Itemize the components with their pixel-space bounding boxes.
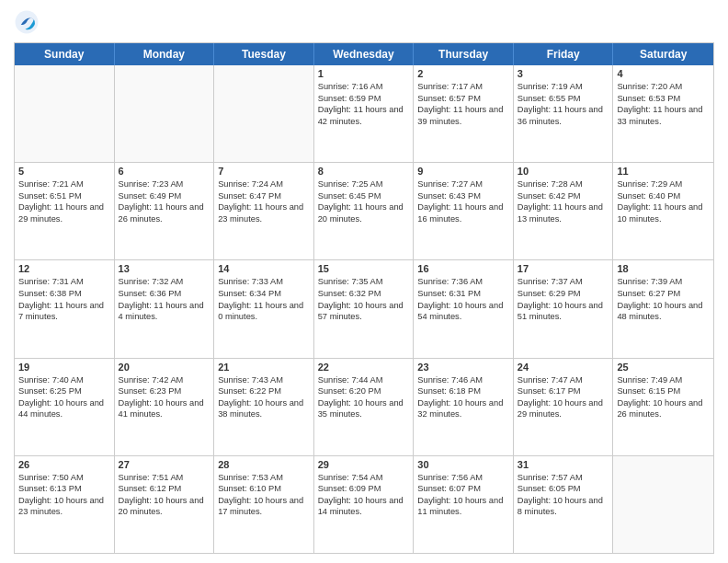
day-header-monday: Monday [115,43,215,65]
sunset-text: Sunset: 6:17 PM [518,385,609,397]
daylight-text: Daylight: 10 hours and 51 minutes. [518,300,609,323]
daylight-text: Daylight: 11 hours and 0 minutes. [218,300,310,323]
day-cell-14: 14Sunrise: 7:33 AMSunset: 6:34 PMDayligh… [214,260,314,357]
sunrise-text: Sunrise: 7:54 AM [318,472,410,484]
sunset-text: Sunset: 6:07 PM [417,483,509,495]
sunset-text: Sunset: 6:20 PM [318,385,410,397]
daylight-text: Daylight: 10 hours and 11 minutes. [417,495,509,518]
sunrise-text: Sunrise: 7:50 AM [18,472,110,484]
daylight-text: Daylight: 10 hours and 38 minutes. [218,397,310,420]
day-cell-1: 1Sunrise: 7:16 AMSunset: 6:59 PMDaylight… [314,65,415,162]
daylight-text: Daylight: 10 hours and 32 minutes. [417,397,509,420]
day-cell-11: 11Sunrise: 7:29 AMSunset: 6:40 PMDayligh… [613,163,713,259]
daylight-text: Daylight: 11 hours and 20 minutes. [318,201,410,224]
calendar: SundayMondayTuesdayWednesdayThursdayFrid… [14,42,714,554]
day-number: 24 [518,362,609,373]
day-number: 14 [218,263,310,274]
sunset-text: Sunset: 6:18 PM [417,385,509,397]
daylight-text: Daylight: 10 hours and 8 minutes. [518,495,609,518]
day-cell-16: 16Sunrise: 7:36 AMSunset: 6:31 PMDayligh… [414,260,514,357]
day-cell-23: 23Sunrise: 7:46 AMSunset: 6:18 PMDayligh… [414,359,514,455]
sunrise-text: Sunrise: 7:39 AM [617,276,710,288]
sunset-text: Sunset: 6:43 PM [417,190,509,202]
day-cell-24: 24Sunrise: 7:47 AMSunset: 6:17 PMDayligh… [514,359,614,455]
day-header-friday: Friday [514,43,614,65]
day-cell-8: 8Sunrise: 7:25 AMSunset: 6:45 PMDaylight… [314,163,415,259]
day-header-wednesday: Wednesday [314,43,415,65]
day-number: 12 [18,263,110,274]
sunset-text: Sunset: 6:42 PM [518,190,609,202]
sunrise-text: Sunrise: 7:37 AM [518,276,609,288]
day-number: 11 [617,166,710,177]
day-cell-3: 3Sunrise: 7:19 AMSunset: 6:55 PMDaylight… [514,65,614,162]
sunset-text: Sunset: 6:27 PM [617,288,710,300]
sunrise-text: Sunrise: 7:23 AM [119,178,210,190]
day-number: 28 [218,459,310,470]
sunset-text: Sunset: 6:34 PM [218,288,310,300]
day-number: 27 [119,459,210,470]
sunset-text: Sunset: 6:09 PM [318,483,410,495]
day-cell-29: 29Sunrise: 7:54 AMSunset: 6:09 PMDayligh… [314,456,415,553]
day-number: 23 [417,362,509,373]
day-number: 5 [18,166,110,177]
day-cell-17: 17Sunrise: 7:37 AMSunset: 6:29 PMDayligh… [514,260,614,357]
day-cell-4: 4Sunrise: 7:20 AMSunset: 6:53 PMDaylight… [613,65,713,162]
day-number: 3 [518,68,609,79]
sunset-text: Sunset: 6:47 PM [218,190,310,202]
empty-cell [613,456,713,553]
day-cell-12: 12Sunrise: 7:31 AMSunset: 6:38 PMDayligh… [15,260,115,357]
day-number: 18 [617,263,710,274]
daylight-text: Daylight: 10 hours and 26 minutes. [617,397,710,420]
day-cell-27: 27Sunrise: 7:51 AMSunset: 6:12 PMDayligh… [115,456,215,553]
sunset-text: Sunset: 6:49 PM [119,190,210,202]
sunset-text: Sunset: 6:13 PM [18,483,110,495]
sunrise-text: Sunrise: 7:46 AM [417,374,509,386]
sunset-text: Sunset: 6:22 PM [218,385,310,397]
sunrise-text: Sunrise: 7:29 AM [617,178,710,190]
sunset-text: Sunset: 6:15 PM [617,385,710,397]
calendar-week-1: 1Sunrise: 7:16 AMSunset: 6:59 PMDaylight… [15,65,713,162]
day-number: 25 [617,362,710,373]
sunrise-text: Sunrise: 7:19 AM [518,81,609,93]
calendar-week-5: 26Sunrise: 7:50 AMSunset: 6:13 PMDayligh… [15,455,713,553]
daylight-text: Daylight: 10 hours and 20 minutes. [119,495,210,518]
sunrise-text: Sunrise: 7:21 AM [18,178,110,190]
sunset-text: Sunset: 6:10 PM [218,483,310,495]
day-number: 1 [318,68,410,79]
sunset-text: Sunset: 6:23 PM [119,385,210,397]
day-number: 7 [218,166,310,177]
day-cell-13: 13Sunrise: 7:32 AMSunset: 6:36 PMDayligh… [115,260,215,357]
sunrise-text: Sunrise: 7:49 AM [617,374,710,386]
day-number: 2 [417,68,509,79]
daylight-text: Daylight: 10 hours and 44 minutes. [18,397,110,420]
day-cell-20: 20Sunrise: 7:42 AMSunset: 6:23 PMDayligh… [115,359,215,455]
day-cell-28: 28Sunrise: 7:53 AMSunset: 6:10 PMDayligh… [214,456,314,553]
sunset-text: Sunset: 6:38 PM [18,288,110,300]
day-cell-9: 9Sunrise: 7:27 AMSunset: 6:43 PMDaylight… [414,163,514,259]
daylight-text: Daylight: 11 hours and 23 minutes. [218,201,310,224]
sunrise-text: Sunrise: 7:44 AM [318,374,410,386]
sunrise-text: Sunrise: 7:36 AM [417,276,509,288]
day-number: 22 [318,362,410,373]
daylight-text: Daylight: 11 hours and 42 minutes. [318,104,410,127]
sunset-text: Sunset: 6:57 PM [417,93,509,105]
sunset-text: Sunset: 6:12 PM [119,483,210,495]
daylight-text: Daylight: 11 hours and 7 minutes. [18,300,110,323]
sunrise-text: Sunrise: 7:57 AM [518,472,609,484]
daylight-text: Daylight: 11 hours and 16 minutes. [417,201,509,224]
logo-icon [14,9,40,35]
sunset-text: Sunset: 6:59 PM [318,93,410,105]
sunrise-text: Sunrise: 7:20 AM [617,81,710,93]
sunset-text: Sunset: 6:36 PM [119,288,210,300]
day-number: 31 [518,459,609,470]
sunrise-text: Sunrise: 7:31 AM [18,276,110,288]
daylight-text: Daylight: 10 hours and 41 minutes. [119,397,210,420]
day-number: 30 [417,459,509,470]
day-cell-19: 19Sunrise: 7:40 AMSunset: 6:25 PMDayligh… [15,359,115,455]
sunrise-text: Sunrise: 7:17 AM [417,81,509,93]
sunrise-text: Sunrise: 7:25 AM [318,178,410,190]
day-cell-26: 26Sunrise: 7:50 AMSunset: 6:13 PMDayligh… [15,456,115,553]
sunrise-text: Sunrise: 7:43 AM [218,374,310,386]
sunrise-text: Sunrise: 7:16 AM [318,81,410,93]
sunset-text: Sunset: 6:29 PM [518,288,609,300]
